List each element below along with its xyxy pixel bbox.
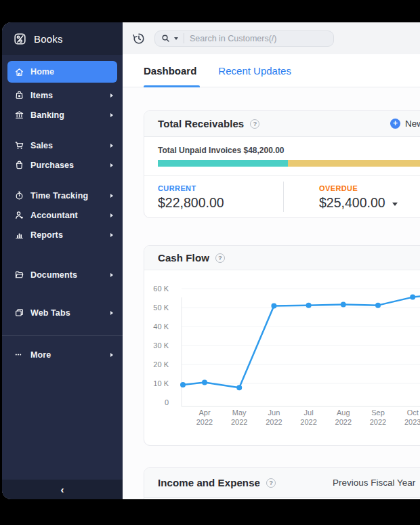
sidebar-item-label: Sales <box>30 141 110 150</box>
global-search[interactable] <box>154 30 334 47</box>
sidebar-nav: HomeItemsBankingSalesPurchasesTime Track… <box>2 55 123 499</box>
bag-icon <box>14 160 24 170</box>
sidebar: Books HomeItemsBankingSalesPurchasesTime… <box>2 22 123 499</box>
sidebar-group: Time TrackingAccountantReports <box>2 186 123 245</box>
sidebar-item-documents[interactable]: Documents <box>2 265 123 285</box>
cash-flow-chart: 010 K20 K30 K40 K50 K60 KApr2022May2022J… <box>144 270 420 446</box>
svg-text:60 K: 60 K <box>153 285 169 293</box>
unpaid-invoices-summary: Total Unpaid Invoices $48,200.00 <box>158 146 420 155</box>
svg-text:50 K: 50 K <box>153 303 169 312</box>
svg-text:Oct: Oct <box>407 408 419 417</box>
sidebar-item-time-tracking[interactable]: Time Tracking <box>2 186 123 205</box>
total-receivables-header: Total Receivables ? + New <box>144 111 420 137</box>
svg-text:May: May <box>232 408 247 417</box>
chevron-right-icon <box>110 144 113 148</box>
total-receivables-card: Total Receivables ? + New Total Unpaid I… <box>144 110 420 218</box>
chevron-right-icon <box>110 353 113 357</box>
sidebar-group: Web Tabs <box>2 303 123 322</box>
sidebar-item-label: Purchases <box>30 161 110 170</box>
more-icon <box>14 350 24 360</box>
topbar <box>123 22 420 54</box>
cash-flow-card: Cash Flow ? 010 K20 K30 K40 K50 K60 KApr… <box>144 245 420 446</box>
tab-recent-updates[interactable]: Recent Updates <box>218 65 291 77</box>
recent-history-icon[interactable] <box>132 32 146 45</box>
sidebar-item-label: Accountant <box>30 211 110 220</box>
current-amount: $22,800.00 <box>158 195 224 211</box>
overdue-dropdown-caret-icon[interactable] <box>392 203 398 206</box>
search-divider <box>184 33 184 43</box>
sidebar-group: More <box>2 335 123 364</box>
overdue-bar-segment <box>288 160 420 167</box>
svg-text:30 K: 30 K <box>153 341 169 350</box>
bank-icon <box>14 110 24 120</box>
svg-text:2022: 2022 <box>266 418 282 426</box>
fiscal-year-filter[interactable]: Previous Fiscal Year <box>333 478 415 488</box>
search-input[interactable] <box>190 34 328 43</box>
overdue-amount: $25,400.00 <box>319 195 385 211</box>
overdue-receivables: OVERDUE $25,400.00 <box>319 184 398 211</box>
svg-text:10 K: 10 K <box>153 379 169 387</box>
sidebar-item-label: More <box>30 350 110 360</box>
tab-bar: Dashboard Recent Updates <box>123 54 420 87</box>
current-bar-segment <box>158 160 288 167</box>
help-icon[interactable]: ? <box>215 253 225 263</box>
receivables-footer: CURRENT $22,800.00 OVERDUE $25,400.00 <box>144 175 420 217</box>
cart-icon <box>14 140 24 150</box>
folder-icon <box>14 270 24 280</box>
app-title: Books <box>34 33 63 45</box>
chevron-right-icon <box>110 93 113 98</box>
sidebar-item-label: Reports <box>30 230 110 240</box>
sidebar-item-reports[interactable]: Reports <box>2 225 123 245</box>
dashboard-scroll-area[interactable]: Total Receivables ? + New Total Unpaid I… <box>123 87 420 499</box>
sidebar-group: HomeItemsBanking <box>2 61 123 125</box>
help-icon[interactable]: ? <box>250 119 259 129</box>
column-divider <box>283 182 284 212</box>
bar-chart-icon <box>14 230 24 240</box>
svg-text:2022: 2022 <box>370 418 386 426</box>
chevron-left-icon: ‹ <box>61 484 64 495</box>
svg-text:40 K: 40 K <box>153 322 169 331</box>
web-tabs-icon <box>14 308 24 318</box>
tab-dashboard[interactable]: Dashboard <box>144 65 196 77</box>
sidebar-collapse-button[interactable]: ‹ <box>2 480 123 499</box>
sidebar-item-more[interactable]: More <box>2 345 123 364</box>
sidebar-item-accountant[interactable]: Accountant <box>2 205 123 225</box>
chevron-right-icon <box>110 163 113 167</box>
svg-text:Sep: Sep <box>371 408 385 417</box>
accountant-icon <box>14 210 24 220</box>
svg-text:Jun: Jun <box>268 408 280 417</box>
chevron-right-icon <box>110 311 113 315</box>
overdue-label: OVERDUE <box>319 184 398 192</box>
svg-text:Aug: Aug <box>337 408 350 417</box>
main-content: Dashboard Recent Updates Total Receivabl… <box>123 22 420 499</box>
sidebar-item-banking[interactable]: Banking <box>2 105 123 125</box>
svg-text:0: 0 <box>165 398 169 406</box>
sidebar-item-sales[interactable]: Sales <box>2 135 123 155</box>
cash-flow-title: Cash Flow <box>158 252 209 264</box>
new-receivable-button[interactable]: + New <box>390 119 420 129</box>
app-logo[interactable]: Books <box>2 22 123 55</box>
sidebar-item-items[interactable]: Items <box>2 85 123 105</box>
cash-flow-header: Cash Flow ? <box>144 246 420 270</box>
income-expense-card: Income and Expense ? Previous Fiscal Yea… <box>144 467 420 499</box>
plus-icon: + <box>390 119 400 129</box>
chevron-right-icon <box>110 273 113 277</box>
sidebar-item-label: Items <box>30 91 110 100</box>
help-icon[interactable]: ? <box>266 478 276 488</box>
sidebar-item-label: Home <box>30 67 113 77</box>
current-receivables: CURRENT $22,800.00 <box>158 184 224 211</box>
svg-text:2022: 2022 <box>231 418 247 426</box>
sidebar-item-purchases[interactable]: Purchases <box>2 155 123 175</box>
books-logo-icon <box>13 32 27 46</box>
chevron-right-icon <box>110 233 113 237</box>
sidebar-item-label: Web Tabs <box>30 308 110 318</box>
svg-text:Apr: Apr <box>198 408 210 417</box>
svg-text:2022: 2022 <box>196 418 213 426</box>
income-expense-title: Income and Expense <box>158 477 260 488</box>
home-icon <box>14 67 24 77</box>
sidebar-group: Documents <box>2 265 123 285</box>
sidebar-item-home[interactable]: Home <box>7 61 117 83</box>
search-scope-caret-icon[interactable] <box>174 37 178 40</box>
sidebar-item-label: Time Tracking <box>30 191 110 201</box>
sidebar-item-web-tabs[interactable]: Web Tabs <box>2 303 123 322</box>
